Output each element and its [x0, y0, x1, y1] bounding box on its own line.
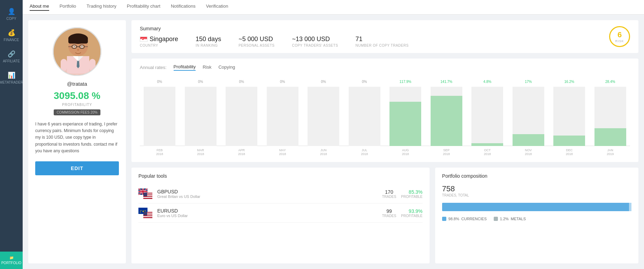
bar-month: NOV 2018 — [509, 148, 548, 156]
stat-days-label: IN RANKING — [196, 44, 221, 47]
bar-empty — [513, 87, 544, 134]
bar-pct: 0% — [304, 80, 343, 84]
tool-pct-gbpusd: 85.3% — [401, 189, 423, 195]
tool-profitable-gbpusd: 85.3% PROFITABLE — [401, 189, 423, 199]
profitability-value: 3095.08 % — [54, 90, 100, 101]
bar-pct: 0% — [222, 80, 262, 84]
edit-button[interactable]: EDIT — [35, 161, 119, 175]
tool-pct-eurusd: 93.9% — [401, 208, 423, 214]
chart-tab-profitability[interactable]: Profitability — [174, 64, 196, 71]
bar-col-feb2018: 0%FEB 2018 — [140, 80, 180, 156]
bar-month: FEB 2018 — [140, 148, 180, 156]
bar-month: APR 2018 — [222, 148, 262, 156]
svg-point-24 — [77, 49, 79, 51]
legend-metals-label: METALS — [511, 217, 526, 221]
bar-col-jul2018: 0%JUL 2018 — [345, 80, 385, 156]
bar-col-may2018: 0%MAY 2018 — [263, 80, 303, 156]
tool-trades-num-eurusd: 99 — [382, 208, 396, 214]
bar-col-oct2018: 4.8%OCT 2018 — [468, 80, 507, 156]
portfolio-panel: Portfolio composition 758 TRADES, TOTAL … — [435, 168, 638, 263]
top-nav: About me Portfolio Trading history Profi… — [23, 0, 644, 15]
stat-copy-assets-label: COPY TRADERS' ASSETS — [292, 44, 338, 47]
bar-fill — [471, 143, 503, 146]
tool-info-eurusd: EURUSD Euro vs US Dollar — [157, 208, 188, 218]
bar-fill — [553, 136, 585, 146]
tab-about[interactable]: About me — [30, 3, 49, 11]
sidebar-item-metatrader-label: METATRADER — [0, 80, 23, 84]
chart-tab-copying[interactable]: Copying — [218, 64, 235, 70]
bar-fill — [513, 134, 544, 146]
risk-label: RISK — [615, 39, 624, 43]
stat-copy-assets-value: ~13 000 USD — [292, 36, 338, 43]
metatrader-icon: 📊 — [8, 71, 15, 79]
bar-col-apr2018: 0%APR 2018 — [222, 80, 262, 156]
bar-col-jan2019: 28.4%JAN 2019 — [591, 80, 630, 156]
sidebar-item-copy[interactable]: 👤 COPY — [0, 3, 23, 25]
bar-pct: 16.2% — [550, 80, 589, 84]
tool-trades-label-gbpusd: TRADES — [382, 195, 396, 199]
tab-portfolio[interactable]: Portfolio — [60, 3, 76, 11]
svg-rect-48 — [143, 193, 147, 196]
tab-trading[interactable]: Trading history — [86, 3, 116, 11]
legend-currencies-pct: 98.8% — [448, 217, 459, 221]
bar-month: JAN 2019 — [591, 148, 630, 156]
summary-title: Summary — [140, 26, 609, 31]
bar-col-aug2018: 117.9%AUG 2018 — [386, 80, 425, 156]
svg-rect-62 — [143, 212, 147, 215]
legend-currencies-label: CURRENCIES — [461, 217, 487, 221]
tab-profitability[interactable]: Profitability chart — [127, 3, 160, 11]
svg-rect-46 — [143, 197, 152, 198]
legend-currencies: 98.8% CURRENCIES — [442, 217, 487, 221]
tool-name-gbpusd: GBPUSD — [157, 189, 200, 194]
bar-pct: 0% — [263, 80, 303, 84]
sidebar-item-metatrader[interactable]: 📊 METATRADER — [0, 67, 23, 89]
summary-stats: ★★★★★ Singapore COUNTRY 150 days IN RANK… — [140, 36, 609, 47]
main-content: About me Portfolio Trading history Profi… — [23, 0, 644, 269]
sidebar-item-affiliate[interactable]: 🔗 AFFILIATE — [0, 46, 23, 67]
tool-row-gbpusd: GBPUSD Great Britan vs US Dollar 170 TRA… — [138, 184, 423, 203]
tool-name-eurusd: EURUSD — [157, 208, 188, 214]
svg-text:★★★★★: ★★★★★ — [141, 38, 146, 39]
bar-col-dec2018: 16.2%DEC 2018 — [550, 80, 589, 156]
commission-badge: COMMISSION FEES 20% — [54, 109, 100, 115]
legend-metals-dot — [494, 217, 498, 221]
bar-empty — [594, 87, 626, 128]
chart-panel: Annual rates: Profitability Risk Copying… — [131, 59, 638, 162]
legend-metals-pct: 1.2% — [500, 217, 509, 221]
sidebar-item-finance[interactable]: 💰 FINANCE — [0, 25, 23, 46]
tab-notifications[interactable]: Notifications — [171, 3, 196, 11]
bar-month: DEC 2018 — [550, 148, 589, 156]
svg-rect-28 — [140, 39, 147, 42]
stat-copy-traders-label: NUMBER OF COPY TRADERS — [356, 44, 409, 47]
sidebar-item-portfolio[interactable]: 📁 PORTFOLIO — [0, 252, 23, 269]
sidebar-item-finance-label: FINANCE — [4, 38, 19, 42]
trades-label: TRADES, TOTAL — [442, 193, 631, 197]
legend-currencies-dot — [442, 217, 446, 221]
tool-row-eurusd: ★ ★ ★ ★ ★ — [138, 203, 423, 223]
bar-empty — [553, 87, 585, 136]
tool-trades-label-eurusd: TRADES — [382, 214, 396, 218]
tab-verification[interactable]: Verification — [206, 3, 228, 11]
tool-trades-gbpusd: 170 TRADES — [382, 189, 396, 199]
bar-month: JUL 2018 — [345, 148, 385, 156]
bottom-panels: Popular tools — [131, 168, 638, 263]
stat-country: ★★★★★ Singapore COUNTRY — [140, 36, 178, 47]
bar-month: MAY 2018 — [263, 148, 303, 156]
tool-pct-label-eurusd: PROFITABLE — [401, 214, 423, 218]
bar-fill — [389, 102, 421, 146]
bar-col-nov2018: 17%NOV 2018 — [509, 80, 548, 156]
bar-empty — [431, 87, 462, 96]
bar-pct: 0% — [181, 80, 221, 84]
bar-pct: 4.8% — [468, 80, 507, 84]
bar-empty — [144, 87, 175, 146]
bar-empty — [267, 87, 298, 146]
chart-tab-risk[interactable]: Risk — [203, 64, 211, 70]
svg-rect-47 — [143, 198, 152, 199]
tool-trades-num-gbpusd: 170 — [382, 189, 396, 195]
sidebar-item-copy-label: COPY — [6, 17, 16, 21]
svg-rect-45 — [143, 196, 152, 197]
bar-col-mar2018: 0%MAR 2018 — [181, 80, 221, 156]
bar-empty — [185, 87, 217, 146]
flag-eurusd: ★ ★ ★ ★ ★ — [138, 208, 152, 218]
portfolio-bar — [442, 203, 631, 211]
